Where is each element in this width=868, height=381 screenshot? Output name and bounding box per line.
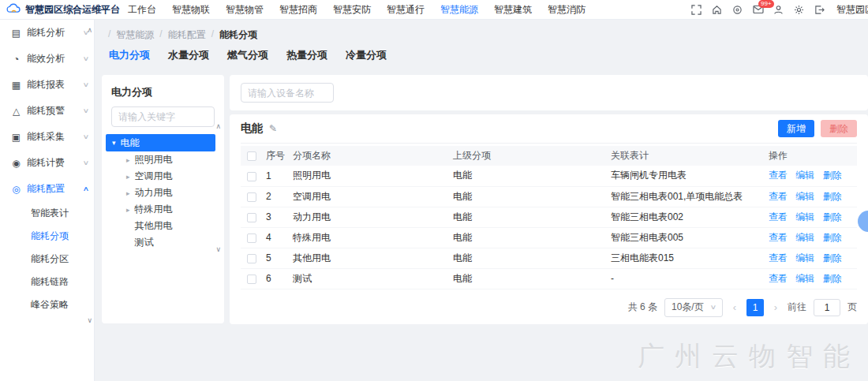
current-user-label[interactable]: 智慧园区: [836, 3, 868, 17]
cell-subitem-name: 照明用电: [290, 166, 450, 186]
sidebar-item-label: 能效分析: [27, 52, 65, 65]
top-nav-item[interactable]: 智慧招商: [279, 3, 317, 17]
edit-link[interactable]: 编辑: [795, 252, 814, 263]
row-checkbox[interactable]: [247, 192, 256, 202]
sidebar-item[interactable]: ▤ 能耗分析: [0, 20, 94, 46]
device-search-input[interactable]: [241, 83, 334, 103]
category-tab[interactable]: 燃气分项: [227, 48, 268, 62]
sidebar-item-icon: ▤: [10, 28, 22, 39]
edit-link[interactable]: 编辑: [795, 170, 814, 181]
sidebar-item[interactable]: ◔ 能效分析: [0, 46, 94, 72]
tree-node-label: 测试: [135, 236, 154, 249]
row-checkbox[interactable]: [247, 254, 256, 263]
view-link[interactable]: 查看: [769, 273, 788, 284]
row-checkbox[interactable]: [247, 275, 256, 284]
tree-node[interactable]: 其他用电: [102, 218, 224, 234]
row-checkbox[interactable]: [247, 172, 256, 181]
table-card-header: 电能 ✎ 新增 删除: [241, 114, 857, 144]
fullscreen-icon[interactable]: [690, 4, 702, 16]
breadcrumb-item[interactable]: 能耗分项: [219, 28, 257, 42]
sidebar-subitem[interactable]: 能耗分项: [0, 225, 94, 248]
edit-link[interactable]: 编辑: [795, 232, 814, 243]
tree-node[interactable]: 空调用电: [102, 168, 224, 185]
delete-button[interactable]: 删除: [821, 120, 857, 137]
edit-link[interactable]: 编辑: [795, 191, 814, 202]
next-page-button[interactable]: ›: [771, 301, 780, 313]
sidebar-item[interactable]: △ 能耗预警: [0, 98, 94, 124]
tree-scroll-down-icon[interactable]: ∨: [215, 245, 221, 253]
top-nav-item[interactable]: 智慧能源: [440, 3, 478, 17]
delete-link[interactable]: 删除: [823, 232, 842, 243]
pagination-total: 共 6 条: [628, 301, 657, 314]
sidebar-subitem[interactable]: 能耗链路: [0, 271, 94, 293]
chevron-icon: [83, 81, 90, 88]
tree-node[interactable]: 动力用电: [102, 185, 224, 201]
sidebar-subitem[interactable]: 智能表计: [0, 202, 94, 225]
sidebar-subitem[interactable]: 峰谷策略: [0, 293, 94, 316]
sidebar-subitem[interactable]: 能耗分区: [0, 248, 94, 271]
category-tab[interactable]: 热量分项: [286, 48, 327, 62]
top-nav-item[interactable]: 智慧消防: [548, 3, 586, 17]
top-nav-item[interactable]: 智慧安防: [333, 3, 371, 17]
sidebar-submenu: 智能表计 能耗分项 能耗分区 能耗链路 峰谷策略: [0, 202, 94, 316]
edit-icon[interactable]: ✎: [269, 123, 277, 134]
tree-node[interactable]: 照明用电: [102, 151, 224, 168]
row-checkbox[interactable]: [247, 233, 256, 243]
delete-link[interactable]: 删除: [823, 170, 842, 181]
settings-gear-icon[interactable]: [793, 4, 805, 16]
category-tab[interactable]: 电力分项: [109, 48, 150, 62]
prev-page-button[interactable]: ‹: [730, 301, 739, 313]
delete-link[interactable]: 删除: [823, 211, 842, 222]
tree-scroll-up-icon[interactable]: ∧: [215, 122, 221, 130]
view-link[interactable]: 查看: [769, 211, 788, 222]
sidebar-item[interactable]: ▦ 能耗报表: [0, 72, 94, 98]
select-all-checkbox[interactable]: [247, 151, 256, 161]
breadcrumb-item[interactable]: 智慧能源: [116, 28, 154, 42]
category-tab[interactable]: 冷量分项: [346, 48, 387, 62]
tree-node[interactable]: 特殊用电: [102, 201, 224, 218]
page-size-select[interactable]: 10条/页: [664, 298, 723, 317]
sidebar-item-label: 能耗报表: [27, 78, 65, 92]
apps-gear-icon[interactable]: [731, 4, 743, 16]
cell-subitem-name: 测试: [290, 268, 450, 289]
tree-node[interactable]: 测试: [102, 234, 224, 251]
cell-parent-subitem: 电能: [450, 207, 608, 227]
delete-link[interactable]: 删除: [823, 191, 842, 202]
row-checkbox[interactable]: [247, 213, 256, 222]
top-nav-item[interactable]: 工作台: [128, 3, 156, 17]
tree-root-node[interactable]: 电能: [106, 134, 215, 151]
sidebar-item[interactable]: ◉ 能耗计费: [0, 150, 94, 176]
tree-search-input[interactable]: [111, 106, 215, 127]
view-link[interactable]: 查看: [769, 170, 788, 181]
home-icon[interactable]: [711, 4, 723, 16]
breadcrumb-separator: /: [211, 28, 214, 42]
message-icon[interactable]: 99+: [752, 4, 764, 16]
sidebar-item[interactable]: ◎ 能耗配置: [0, 176, 94, 202]
caret-right-icon: [126, 189, 130, 197]
top-nav-item[interactable]: 智慧物联: [172, 3, 210, 17]
logout-icon[interactable]: [814, 4, 825, 16]
content-area: / 智慧能源 / 能耗配置 / 能耗分项 电力分项 水量分项 燃气分项 热量分项…: [95, 20, 868, 381]
view-link[interactable]: 查看: [769, 252, 788, 263]
sidebar-item-icon: ◉: [10, 158, 22, 169]
top-nav-item[interactable]: 智慧建筑: [494, 3, 532, 17]
breadcrumb-item[interactable]: 能耗配置: [168, 28, 206, 42]
category-tab[interactable]: 水量分项: [168, 48, 209, 62]
app-title: 智慧园区综合运维平台: [25, 3, 120, 17]
current-page-button[interactable]: 1: [746, 299, 764, 316]
sidebar-item-icon: ▣: [10, 132, 22, 143]
sidebar-item[interactable]: ▣ 能耗采集: [0, 124, 94, 150]
sidebar-scroll-down-icon[interactable]: ∨: [87, 316, 92, 324]
edit-link[interactable]: 编辑: [795, 211, 814, 222]
add-button[interactable]: 新增: [778, 120, 814, 137]
delete-link[interactable]: 删除: [823, 273, 842, 284]
view-link[interactable]: 查看: [769, 232, 788, 243]
top-nav-item[interactable]: 智慧物管: [226, 3, 264, 17]
subitem-table-card: 电能 ✎ 新增 删除 序号 分项名称: [230, 114, 868, 324]
top-nav-item[interactable]: 智慧通行: [387, 3, 425, 17]
delete-link[interactable]: 删除: [823, 252, 842, 263]
user-icon[interactable]: [773, 4, 784, 16]
view-link[interactable]: 查看: [769, 191, 788, 202]
goto-page-input[interactable]: [814, 299, 840, 316]
edit-link[interactable]: 编辑: [795, 273, 814, 284]
